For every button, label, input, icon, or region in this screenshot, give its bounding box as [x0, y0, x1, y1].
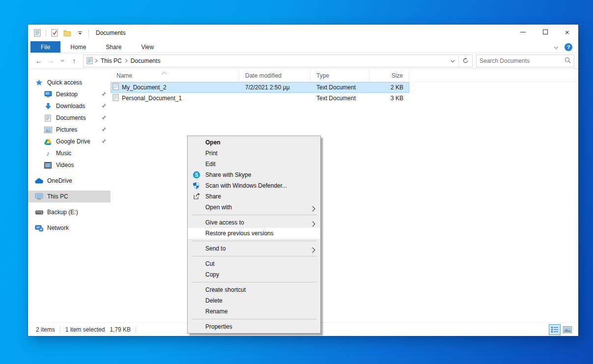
sidebar-item-backup-e[interactable]: Backup (E:)	[28, 206, 111, 218]
network-icon	[35, 225, 43, 231]
column-header-type[interactable]: Type	[311, 70, 369, 82]
sidebar-item-documents[interactable]: Documents	[28, 112, 111, 124]
ribbon-tabs: File Home Share View ?	[28, 41, 578, 53]
search-icon[interactable]	[565, 57, 571, 65]
file-name: My_Document_2	[122, 84, 167, 91]
menu-separator	[192, 256, 316, 256]
help-icon[interactable]: ?	[565, 43, 572, 51]
document-icon	[44, 114, 52, 122]
sidebar-item-desktop[interactable]: Desktop	[28, 88, 111, 100]
tab-home[interactable]: Home	[60, 41, 96, 53]
sidebar-item-google-drive[interactable]: Google Drive	[28, 136, 111, 147]
sidebar-item-label: Quick access	[47, 79, 82, 86]
menu-item-delete[interactable]: Delete	[188, 295, 320, 306]
menu-item-rename[interactable]: Rename	[188, 306, 320, 317]
column-header-size[interactable]: Size	[369, 70, 409, 82]
star-icon	[35, 79, 43, 86]
maximize-button[interactable]	[534, 25, 556, 39]
column-header-date-modified[interactable]: Date modified	[239, 70, 311, 82]
file-row-personal-document-1[interactable]: Personal_Document_1 Text Document 3 KB	[111, 93, 409, 104]
menu-item-print[interactable]: Print	[188, 148, 320, 159]
search-box[interactable]	[476, 55, 574, 67]
new-folder-icon[interactable]	[63, 28, 72, 37]
column-headers: Name Date modified Type Size	[111, 70, 578, 82]
refresh-icon[interactable]	[458, 55, 472, 67]
menu-item-copy[interactable]: Copy	[188, 269, 320, 280]
sidebar-item-pictures[interactable]: Pictures	[28, 124, 111, 136]
sidebar-item-this-pc[interactable]: This PC	[28, 191, 111, 202]
sidebar-item-label: Desktop	[56, 91, 78, 98]
context-menu: Open Print Edit S Share with Skype Scan …	[187, 136, 321, 334]
sidebar-item-onedrive[interactable]: OneDrive	[28, 175, 111, 187]
expand-ribbon-chevron-icon[interactable]	[554, 44, 559, 51]
pin-icon	[101, 91, 107, 98]
forward-button[interactable]: →	[46, 56, 56, 66]
selection-count: 1 item selected	[65, 326, 105, 333]
file-type: Text Document	[311, 84, 369, 91]
file-date-modified: 7/2/2021 2:50 μμ	[239, 84, 311, 91]
address-box[interactable]: This PC Documents	[83, 55, 473, 67]
text-document-icon	[113, 94, 119, 103]
column-header-name[interactable]: Name	[111, 70, 239, 82]
up-button[interactable]: ↑	[69, 56, 79, 66]
breadcrumb-this-pc[interactable]: This PC	[98, 57, 125, 64]
file-type: Text Document	[311, 95, 369, 102]
sidebar-item-label: OneDrive	[47, 177, 72, 184]
sidebar-item-label: This PC	[47, 193, 68, 200]
computer-icon	[35, 193, 43, 200]
menu-item-open[interactable]: Open	[188, 137, 320, 148]
sidebar-item-music[interactable]: ♪ Music	[28, 147, 111, 159]
file-name: Personal_Document_1	[122, 95, 182, 102]
recent-locations-chevron-icon[interactable]	[57, 56, 67, 66]
minimize-button[interactable]	[512, 25, 534, 39]
text-document-icon	[113, 83, 119, 92]
menu-item-open-with[interactable]: Open with	[188, 202, 320, 213]
menu-item-restore-previous-versions[interactable]: Restore previous versions	[188, 228, 320, 239]
music-note-icon: ♪	[44, 150, 52, 157]
customize-toolbar-dropdown-icon[interactable]	[76, 28, 85, 37]
tab-share[interactable]: Share	[96, 41, 131, 53]
menu-item-properties[interactable]: Properties	[188, 321, 320, 332]
sidebar-item-videos[interactable]: Videos	[28, 159, 111, 171]
sidebar-item-downloads[interactable]: Downloads	[28, 100, 111, 112]
pin-icon	[101, 139, 107, 145]
close-button[interactable]: ×	[556, 25, 578, 39]
menu-item-give-access-to[interactable]: Give access to	[188, 217, 320, 228]
properties-icon[interactable]	[50, 28, 59, 37]
minimize-icon	[520, 32, 526, 32]
sort-ascending-icon	[162, 69, 167, 76]
menu-item-share-with-skype[interactable]: S Share with Skype	[188, 169, 320, 180]
sidebar-item-network[interactable]: Network	[28, 222, 111, 234]
sidebar-item-label: Pictures	[56, 126, 77, 133]
menu-item-scan-with-windows-defender[interactable]: Scan with Windows Defender...	[188, 180, 320, 191]
tab-view[interactable]: View	[131, 41, 164, 53]
file-row-my-document-2[interactable]: My_Document_2 7/2/2021 2:50 μμ Text Docu…	[111, 82, 409, 93]
tab-file[interactable]: File	[30, 41, 60, 53]
file-list-pane: Name Date modified Type Size My_Document…	[111, 69, 578, 322]
menu-item-cut[interactable]: Cut	[188, 258, 320, 269]
back-button[interactable]: ←	[34, 56, 44, 66]
menu-item-edit[interactable]: Edit	[188, 159, 320, 169]
view-toggles	[549, 324, 578, 335]
menu-item-send-to[interactable]: Send to	[188, 243, 320, 254]
main-area: Quick access Desktop Downloads	[28, 69, 578, 322]
search-input[interactable]	[480, 57, 565, 64]
menu-separator	[192, 282, 316, 282]
breadcrumb-documents[interactable]: Documents	[128, 57, 164, 64]
address-dropdown-chevron-icon[interactable]	[447, 57, 458, 64]
menu-item-share[interactable]: Share	[188, 191, 320, 202]
address-bar-row: ← → ↑ This PC Documents	[28, 53, 578, 69]
address-box-right	[447, 55, 472, 67]
file-explorer-window: Documents × File Home Share View ?	[28, 25, 578, 336]
cloud-icon	[35, 178, 43, 184]
divider	[136, 326, 136, 333]
sidebar-item-label: Downloads	[56, 103, 85, 110]
sidebar-item-label: Documents	[56, 114, 86, 121]
menu-item-create-shortcut[interactable]: Create shortcut	[188, 284, 320, 295]
ribbon-right: ?	[554, 41, 578, 53]
thumbnail-view-button[interactable]	[562, 324, 573, 335]
hard-drive-icon	[35, 210, 43, 215]
details-view-button[interactable]	[549, 324, 561, 335]
sidebar-item-quick-access[interactable]: Quick access	[28, 77, 111, 88]
selection-size: 1,79 KB	[110, 326, 131, 333]
